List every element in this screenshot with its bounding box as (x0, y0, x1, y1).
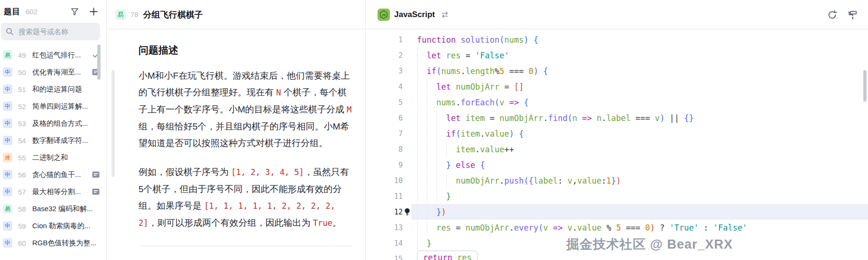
code-token (631, 113, 636, 123)
difficulty-badge: 中 (3, 136, 12, 145)
format-code-icon[interactable] (848, 10, 858, 20)
code-token (524, 66, 528, 76)
line-number: 15 (366, 255, 403, 260)
lightbulb-icon[interactable] (404, 208, 410, 218)
code-token: item (465, 113, 485, 123)
indent-guide (417, 126, 418, 141)
code-token: ( (456, 129, 461, 139)
sidebar-scrollbar[interactable] (97, 45, 101, 80)
code-line[interactable]: 5 nums.forEach(v => { (366, 94, 868, 110)
list-item[interactable]: 易49红包运气排行... (0, 46, 106, 64)
inline-code: True (313, 218, 332, 228)
code-token: % (606, 223, 611, 232)
code-line[interactable]: 11 } (366, 188, 868, 204)
list-item[interactable]: 难55二进制之和 (0, 149, 106, 166)
code-token: let (436, 82, 451, 92)
code-token (621, 223, 626, 232)
search-box[interactable] (1, 23, 100, 40)
code-token: ) (534, 66, 538, 76)
code-token: value (577, 176, 601, 186)
problem-title: 最大相等分割... (32, 187, 92, 196)
section-heading-description: 问题描述 (139, 44, 353, 57)
problem-number: 52 (18, 102, 29, 111)
code-line[interactable]: 13 res = numObjArr.every(v => v.value % … (366, 220, 868, 235)
indent-guide (436, 142, 437, 157)
code-line[interactable]: 7 if(item.value) { (366, 126, 868, 141)
code-line[interactable]: 4 let numObjArr = [] (366, 79, 868, 94)
code-token: ( (499, 35, 504, 45)
code-line[interactable]: 2 let res = 'False' (366, 47, 868, 63)
code-token: { (534, 35, 538, 45)
js-language-icon: JS (378, 9, 390, 21)
code-token: === (626, 223, 640, 232)
difficulty-badge: 易 (115, 9, 126, 20)
swap-language-icon[interactable] (441, 11, 449, 19)
line-number: 11 (366, 192, 403, 201)
list-item[interactable]: 中57最大相等分割... (0, 183, 106, 200)
search-input[interactable] (18, 27, 89, 36)
line-number: 9 (366, 161, 403, 169)
code-line[interactable]: 9 } else { (366, 157, 868, 173)
refresh-icon[interactable] (827, 10, 837, 20)
indent-guide (427, 204, 427, 220)
line-number: 7 (366, 130, 403, 138)
list-item[interactable]: 易58Base32 编码和解... (0, 200, 106, 217)
add-problem-icon[interactable] (89, 7, 99, 17)
code-line[interactable]: 8 item.value++ (366, 141, 868, 157)
code-line-content: let numObjArr = [] (417, 82, 868, 92)
code-token: 5 (499, 66, 504, 76)
list-item[interactable]: 中56贪心猫的鱼干... (0, 166, 106, 183)
code-line[interactable]: 6 let item = numObjArr.find(n => n.label… (366, 110, 868, 126)
description-text: 例如，假设棋子序号为 (139, 167, 231, 177)
code-token: = (485, 113, 499, 123)
code-token (456, 35, 461, 45)
list-item[interactable]: 中54数字翻译成字符... (0, 132, 106, 149)
code-token: if (446, 129, 455, 139)
description-scrollbar[interactable] (111, 70, 115, 177)
code-token: { (524, 98, 528, 107)
code-token (504, 66, 509, 76)
indent-guide (427, 79, 427, 94)
code-token (452, 253, 457, 260)
code-token: ++ (504, 145, 514, 154)
code-token: v (567, 223, 572, 232)
code-token: ? (660, 223, 665, 232)
indent-guide (427, 220, 427, 235)
code-token: let (446, 113, 461, 123)
problem-number: 53 (18, 120, 29, 128)
code-token: : (558, 176, 563, 186)
code-token (548, 223, 553, 232)
code-line[interactable]: 12 }) (366, 204, 868, 220)
filter-icon[interactable] (70, 7, 79, 16)
code-token: every (514, 223, 538, 232)
list-item[interactable]: 中51和的逆运算问题 (0, 81, 106, 98)
code-token (451, 82, 456, 92)
code-token: . (456, 98, 461, 107)
code-token: label (606, 113, 630, 123)
list-item[interactable]: 中59Cion 勒索病毒的... (0, 217, 106, 234)
difficulty-badge: 难 (3, 153, 12, 162)
code-line-content: function solution(nums) { (417, 35, 868, 45)
code-line[interactable]: 10 numObjArr.push({label: v,value:1}) (366, 173, 868, 188)
list-item[interactable]: 中60RGB色值转换为整... (0, 234, 106, 251)
indent-guide (417, 220, 418, 235)
code-token: label (534, 176, 558, 186)
code-token: . (461, 66, 465, 76)
editor-scrollbar[interactable] (863, 70, 867, 102)
code-token (611, 223, 616, 232)
list-item[interactable]: 中50优化青海湖至... (0, 64, 106, 81)
list-item[interactable]: 中53及格的组合方式... (0, 115, 106, 132)
code-line[interactable]: 3 if(nums.length%5 === 0) { (366, 63, 868, 79)
code-token: . (573, 223, 577, 232)
code-editor[interactable]: 1function solution(nums) {2 let res = 'F… (366, 29, 868, 260)
line-number: 8 (366, 145, 403, 154)
code-token: numObjArr (465, 223, 509, 232)
list-item[interactable]: 中52简单四则运算解... (0, 98, 106, 115)
difficulty-badge: 易 (3, 50, 12, 60)
problem-title: 及格的组合方式... (32, 119, 106, 128)
problem-title: 数字翻译成字符... (32, 136, 106, 145)
language-label: JavaScript (394, 10, 435, 19)
code-token: v (499, 98, 504, 107)
problem-description-body: 问题描述 小M和小F在玩飞行棋。游戏结束后，他们需要将桌上的飞行棋棋子分组整理好… (107, 29, 365, 260)
code-line[interactable]: 1function solution(nums) { (366, 32, 868, 47)
